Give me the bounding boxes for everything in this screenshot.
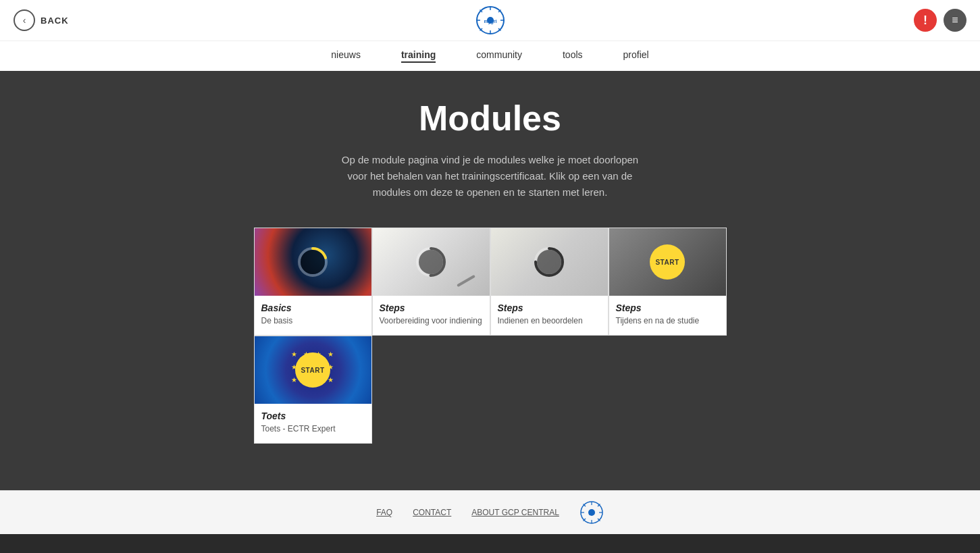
progress-indicator-steps2: [532, 245, 566, 279]
nav-community[interactable]: community: [476, 48, 522, 63]
header-actions: ! ≡: [914, 9, 966, 32]
module-basics-desc: De basis: [261, 316, 365, 325]
nav-nieuws[interactable]: nieuws: [331, 48, 361, 63]
module-steps3-image: START: [609, 228, 726, 296]
modules-row-1: Basics De basis: [254, 228, 727, 336]
menu-button[interactable]: ≡: [944, 9, 966, 32]
alert-button[interactable]: !: [914, 9, 937, 32]
module-steps3-info: Steps Tijdens en na de studie: [609, 296, 726, 335]
module-basics-image: [255, 228, 371, 296]
module-steps3[interactable]: START Steps Tijdens en na de studie: [609, 228, 727, 336]
module-basics-info: Basics De basis: [255, 296, 371, 335]
start-badge-toets: START: [295, 352, 330, 388]
exclamation-icon: !: [923, 14, 927, 28]
main-nav: nieuws training community tools profiel: [0, 41, 980, 71]
page-title: Modules: [419, 98, 561, 138]
footer: FAQ CONTACT ABOUT GCP CENTRAL GCP: [0, 490, 980, 534]
progress-indicator-steps1: [414, 245, 448, 279]
module-toets-desc: Toets - ECTR Expert: [261, 424, 365, 433]
footer-faq[interactable]: FAQ: [376, 508, 392, 517]
footer-bottom-bar: [0, 534, 980, 553]
logo-svg: mygri: [475, 5, 506, 36]
modules-row-2: ★ ★ ★ ★ ★ ★ ★ ★ ★ ★ ★ ★: [254, 336, 372, 444]
module-toets-info: Toets Toets - ECTR Expert: [255, 404, 371, 443]
module-steps2-image: [491, 228, 608, 296]
module-steps2-desc: Indienen en beoordelen: [498, 316, 601, 325]
svg-text:mygri: mygri: [484, 19, 496, 24]
module-steps1-info: Steps Voorbereiding voor indiening: [373, 296, 490, 335]
module-steps3-desc: Tijdens en na de studie: [616, 316, 719, 325]
back-arrow-button[interactable]: ‹: [14, 9, 35, 31]
nav-profiel[interactable]: profiel: [623, 48, 649, 63]
module-steps1-desc: Voorbereiding voor indiening: [380, 316, 483, 325]
svg-text:GCP: GCP: [589, 512, 595, 516]
module-toets-type: Toets: [261, 411, 365, 421]
nav-tools[interactable]: tools: [563, 48, 583, 63]
module-steps3-type: Steps: [616, 302, 719, 313]
module-steps2-info: Steps Indienen en beoordelen: [491, 296, 608, 335]
start-badge-steps3: START: [650, 244, 685, 280]
progress-indicator: [296, 245, 330, 279]
module-steps1-image: [373, 228, 490, 296]
modules-grid: Basics De basis: [254, 228, 727, 444]
module-steps2[interactable]: Steps Indienen en beoordelen: [490, 228, 609, 336]
module-steps1-type: Steps: [380, 302, 483, 313]
module-steps2-type: Steps: [498, 302, 601, 313]
footer-about[interactable]: ABOUT GCP CENTRAL: [471, 508, 559, 517]
module-toets[interactable]: ★ ★ ★ ★ ★ ★ ★ ★ ★ ★ ★ ★: [254, 336, 372, 444]
logo: mygri: [475, 5, 506, 36]
page-description: Op de module pagina vind je de modules w…: [335, 152, 646, 201]
module-toets-image: ★ ★ ★ ★ ★ ★ ★ ★ ★ ★ ★ ★: [255, 336, 371, 404]
module-basics[interactable]: Basics De basis: [254, 228, 372, 336]
back-label: BACK: [41, 16, 69, 26]
module-basics-type: Basics: [261, 302, 365, 313]
back-button[interactable]: ‹ BACK: [14, 9, 69, 31]
footer-logo: GCP: [579, 500, 604, 525]
hamburger-icon: ≡: [952, 14, 958, 26]
main-content: Modules Op de module pagina vind je de m…: [0, 71, 980, 490]
header: ‹ BACK mygri ! ≡: [0, 0, 980, 41]
module-steps1[interactable]: Steps Voorbereiding voor indiening: [372, 228, 490, 336]
footer-contact[interactable]: CONTACT: [413, 508, 451, 517]
nav-training[interactable]: training: [401, 48, 436, 63]
